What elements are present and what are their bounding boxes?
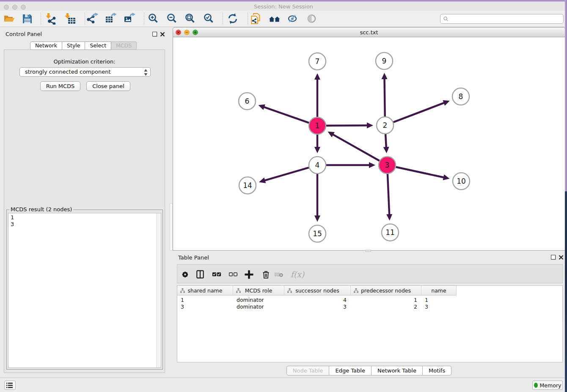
node-table: shared nameMCDS rolesuccessor nodesprede… xyxy=(177,285,563,362)
horizontal-splitter-handle[interactable] xyxy=(365,250,371,252)
column-header-name[interactable]: name xyxy=(421,286,457,295)
export-network-icon[interactable] xyxy=(87,13,99,25)
table-cell[interactable]: 1 xyxy=(181,297,184,304)
export-image-icon[interactable] xyxy=(124,13,135,25)
network-canvas[interactable]: 1234678910111415 xyxy=(173,37,565,251)
graph-edge-3-11[interactable] xyxy=(388,174,389,215)
graph-node-label: 6 xyxy=(245,97,250,105)
graph-edge-3-1[interactable] xyxy=(332,134,380,161)
float-panel-icon[interactable] xyxy=(152,32,157,36)
delete-column-icon[interactable] xyxy=(260,269,271,280)
table-close-icon[interactable] xyxy=(559,255,564,260)
show-graphics-details-icon[interactable] xyxy=(287,13,299,25)
control-tab-style[interactable]: Style xyxy=(62,41,85,50)
table-panel-title: Table Panel xyxy=(178,254,209,261)
edge-arrowhead xyxy=(383,147,389,153)
create-column-icon[interactable] xyxy=(243,269,254,280)
graph-node-label: 4 xyxy=(315,161,320,169)
panel-splitter[interactable] xyxy=(170,203,173,251)
table-cell[interactable]: dominator xyxy=(237,304,264,310)
hierarchy-icon xyxy=(236,288,241,293)
zoom-out-icon[interactable] xyxy=(166,13,178,25)
reset-view-icon[interactable] xyxy=(269,13,281,25)
table-cell[interactable]: 3 xyxy=(425,304,428,310)
table-cell[interactable]: dominator xyxy=(237,297,264,304)
refresh-network-icon[interactable] xyxy=(227,13,239,25)
window-title: Session: New Session xyxy=(0,3,567,10)
graph-node-label: 11 xyxy=(385,228,395,237)
column-header-MCDS-role[interactable]: MCDS role xyxy=(233,286,284,295)
edge-arrowhead xyxy=(258,105,265,110)
table-tab-network-table[interactable]: Network Table xyxy=(372,366,423,375)
column-header-predecessor-nodes[interactable]: predecessor nodes xyxy=(351,286,421,295)
show-column-icon[interactable] xyxy=(195,269,206,280)
graph-edge-2-3[interactable] xyxy=(385,134,386,148)
mcds-result-item: 1 xyxy=(11,214,161,221)
network-view-window: scc.txt 1234678910111415 xyxy=(173,27,565,251)
mcds-result-list[interactable]: 13 xyxy=(8,213,161,368)
clone-network-icon[interactable] xyxy=(250,13,262,25)
zoom-selected-icon[interactable] xyxy=(203,13,215,25)
table-tab-node-table[interactable]: Node Table xyxy=(286,366,330,375)
close-panel-icon[interactable] xyxy=(160,32,165,37)
table-cell[interactable]: 1 xyxy=(351,297,417,304)
table-cell[interactable]: 3 xyxy=(284,304,347,310)
graph-node-label: 3 xyxy=(385,161,390,169)
background-window-edge xyxy=(565,0,567,191)
graph-node-label: 14 xyxy=(243,181,252,190)
memory-status-icon xyxy=(534,383,538,388)
control-tab-network[interactable]: Network xyxy=(30,41,62,50)
function-builder-icon[interactable]: f(x) xyxy=(289,269,306,280)
titlebar: Session: New Session xyxy=(0,2,567,11)
graph-edge-4-14[interactable] xyxy=(264,168,308,181)
select-all-icon[interactable] xyxy=(211,269,222,280)
control-panel-header: Control Panel xyxy=(0,29,167,40)
column-header-shared-name[interactable]: shared name xyxy=(177,286,233,295)
table-tab-motifs[interactable]: Motifs xyxy=(423,366,451,375)
graph-edge-1-6[interactable] xyxy=(263,107,309,123)
zoom-in-icon[interactable] xyxy=(148,13,160,25)
save-session-icon[interactable] xyxy=(21,13,33,25)
table-cell[interactable]: 2 xyxy=(351,304,417,310)
main-toolbar xyxy=(0,11,567,27)
graph-edge-2-9[interactable] xyxy=(385,78,385,116)
edge-arrowhead xyxy=(314,215,320,222)
table-cell[interactable]: 1 xyxy=(425,297,428,304)
graph-edge-1-2[interactable] xyxy=(326,125,368,126)
column-header-successor-nodes[interactable]: successor nodes xyxy=(284,286,351,295)
table-cell[interactable]: 4 xyxy=(284,297,347,304)
control-tab-select[interactable]: Select xyxy=(85,41,111,50)
table-cell[interactable]: 3 xyxy=(181,304,184,310)
desktop-background xyxy=(565,191,567,392)
edge-arrowhead xyxy=(259,177,266,183)
export-table-icon[interactable] xyxy=(105,13,117,25)
result-scrollbar[interactable] xyxy=(156,213,161,367)
mcds-result-groupbox: MCDS result (2 nodes) 13 xyxy=(6,210,163,370)
edge-arrowhead xyxy=(443,174,449,180)
hierarchy-icon xyxy=(287,288,292,293)
table-float-icon[interactable] xyxy=(551,255,556,259)
import-table-icon[interactable] xyxy=(64,13,76,25)
search-input[interactable] xyxy=(449,16,554,22)
deselect-all-icon[interactable] xyxy=(228,269,239,280)
zoom-fit-icon[interactable] xyxy=(184,13,196,25)
control-tab-mcds[interactable]: MCDS xyxy=(111,41,137,50)
table-settings-icon[interactable] xyxy=(179,269,190,280)
run-mcds-button[interactable]: Run MCDS xyxy=(40,81,80,91)
hierarchy-icon xyxy=(354,288,358,293)
delete-table-icon[interactable] xyxy=(273,269,284,280)
graph-edge-3-10[interactable] xyxy=(396,167,445,177)
mcds-panel: Optimization criterion: strongly connect… xyxy=(4,50,165,373)
optimization-criterion-dropdown[interactable]: strongly connected component xyxy=(19,67,151,77)
memory-button[interactable]: Memory xyxy=(532,381,563,390)
network-window-titlebar[interactable]: scc.txt xyxy=(173,27,565,37)
memory-label: Memory xyxy=(540,382,561,389)
close-panel-button[interactable]: Close panel xyxy=(86,81,130,91)
table-tab-edge-table[interactable]: Edge Table xyxy=(329,366,371,375)
search-box[interactable] xyxy=(440,14,564,24)
import-network-icon[interactable] xyxy=(45,13,57,25)
graph-edge-2-8[interactable] xyxy=(394,102,445,122)
open-session-icon[interactable] xyxy=(3,13,15,25)
task-history-button[interactable] xyxy=(4,381,16,390)
preview-toggle-icon[interactable] xyxy=(306,13,318,25)
